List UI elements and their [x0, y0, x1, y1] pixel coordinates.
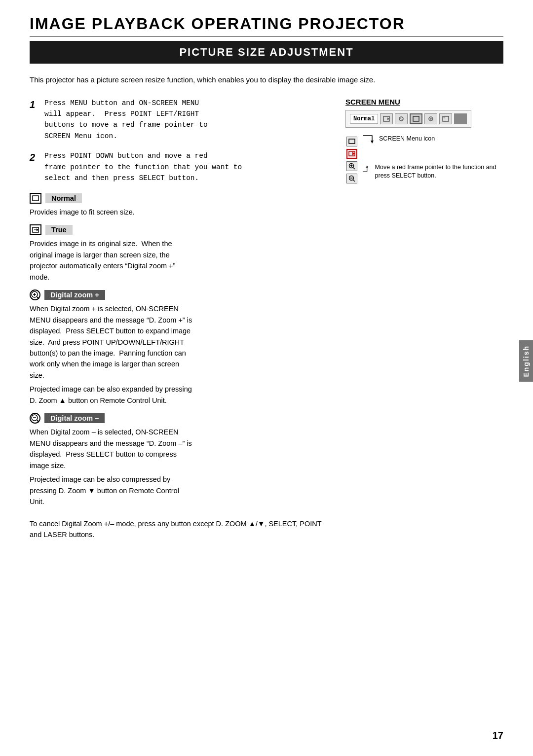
svg-line-20	[443, 117, 445, 118]
screen-menu-icon-label: SCREEN Menu icon	[379, 135, 435, 144]
menu-icon-5	[439, 113, 452, 124]
normal-icon	[30, 193, 41, 204]
svg-line-10	[37, 420, 39, 422]
icon-true	[346, 149, 357, 159]
page-title: IMAGE PLAYBACK OPERATING PROJECTOR	[30, 15, 503, 37]
screen-menu-title: SCREEN MENU	[345, 98, 503, 106]
menu-icon-3	[410, 113, 422, 124]
svg-marker-31	[371, 141, 374, 144]
dzoom-plus-label: Digital zoom +	[44, 290, 105, 300]
right-column: SCREEN MENU Normal	[345, 98, 503, 543]
section-header: PICTURE SIZE ADJUSTMENT	[30, 41, 503, 64]
true-label: True	[45, 225, 73, 235]
dzoom-plus-description: When Digital zoom + is selected, ON-SCRE…	[30, 303, 331, 381]
step-1-text: Press MENU button and ON-SCREEN MENUwill…	[44, 98, 208, 142]
icon-item-4	[346, 174, 357, 183]
menu-icon-6	[454, 113, 467, 124]
true-description: Provides image in its original size. Whe…	[30, 238, 331, 283]
left-column: 1 Press MENU button and ON-SCREEN MENUwi…	[30, 98, 331, 543]
annotation-arrow-1	[362, 135, 376, 149]
dzoom-minus-extra: Projected image can be also compressed b…	[30, 474, 331, 507]
icon-zoom-minus	[346, 174, 357, 183]
svg-rect-15	[413, 116, 419, 121]
annotation-pointer-text: Move a red frame pointer to the function…	[375, 163, 503, 180]
step-1: 1 Press MENU button and ON-SCREEN MENUwi…	[30, 98, 331, 142]
normal-badge-row: Normal	[30, 193, 331, 204]
page-number: 17	[493, 730, 503, 741]
svg-line-27	[353, 167, 355, 169]
dzoom-plus-extra: Projected image can be also expanded by …	[30, 384, 331, 406]
svg-rect-21	[349, 139, 355, 144]
dzoom-minus-description: When Digital zoom – is selected, ON-SCRE…	[30, 427, 331, 471]
menu-icon-1	[380, 113, 393, 124]
icon-zoom-plus	[346, 161, 357, 171]
step-2-text: Press POINT DOWN button and move a redfr…	[44, 150, 242, 183]
footer-note: To cancel Digital Zoom +/– mode, press a…	[30, 518, 331, 540]
dzoom-plus-badge-row: Digital zoom +	[30, 289, 331, 300]
intro-text: This projector has a picture screen resi…	[30, 74, 503, 86]
normal-label: Normal	[45, 193, 82, 203]
screen-menu-box: Normal	[345, 110, 471, 128]
dzoom-minus-badge-row: Digital zoom –	[30, 413, 331, 424]
true-icon	[30, 224, 41, 235]
svg-rect-0	[33, 196, 38, 201]
screen-menu-wrapper: SCREEN Menu icon Move a red frame pointe…	[345, 134, 503, 183]
dzoom-minus-label: Digital zoom –	[44, 413, 105, 423]
side-tab-label: English	[522, 345, 530, 377]
step-2-number: 2	[30, 150, 40, 164]
dzoom-plus-icon	[30, 289, 40, 300]
svg-marker-32	[366, 165, 368, 167]
icon-item-1	[346, 137, 357, 146]
true-badge-row: True	[30, 224, 331, 235]
svg-line-7	[37, 297, 39, 299]
step-1-number: 1	[30, 98, 40, 111]
normal-description: Provides image to fit screen size.	[30, 207, 331, 217]
icon-item-3	[346, 161, 357, 171]
annotation-area: SCREEN Menu icon Move a red frame pointe…	[362, 134, 503, 180]
icon-list	[346, 137, 357, 183]
icon-normal	[346, 137, 357, 146]
menu-icon-2	[395, 113, 408, 124]
icon-item-2	[346, 149, 357, 159]
menu-icon-4	[424, 113, 437, 124]
step-2: 2 Press POINT DOWN button and move a red…	[30, 150, 331, 183]
menu-normal-label: Normal	[350, 114, 378, 124]
svg-line-30	[353, 180, 355, 181]
english-side-tab: English	[519, 340, 533, 382]
annotation-arrow-2	[362, 163, 372, 178]
dzoom-minus-icon	[30, 413, 40, 424]
